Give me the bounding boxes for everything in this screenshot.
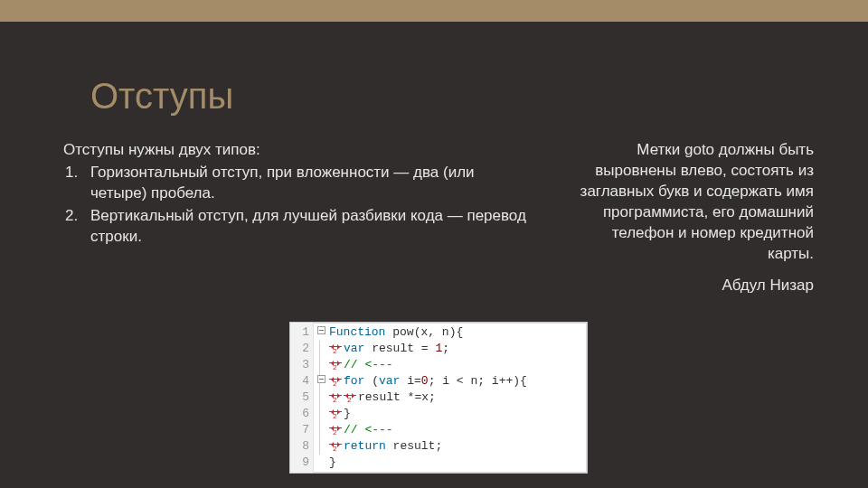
code-text: i=	[400, 374, 420, 388]
code-keyword: var	[379, 374, 400, 388]
code-keyword: var	[344, 342, 364, 355]
line-number: 6	[294, 406, 309, 422]
indent-marker-icon: 2	[329, 389, 344, 402]
code-line: 2}	[317, 406, 587, 422]
code-line: 2// <---	[317, 422, 587, 438]
quote-author: Абдул Низар	[570, 276, 814, 296]
code-line: 2for (var i=0; i < n; i++){	[317, 373, 587, 389]
code-text: result *=x;	[358, 390, 436, 404]
code-keyword: for	[344, 374, 364, 388]
fold-minus-icon[interactable]	[317, 375, 326, 383]
code-keyword: return	[344, 439, 386, 453]
line-number: 1	[294, 324, 309, 341]
line-number: 7	[294, 422, 309, 438]
code-line: Function pow(x, n){	[317, 324, 587, 341]
code-text: }	[344, 407, 351, 420]
content-columns: Отступы нужны двух типов: Горизонтальный…	[63, 140, 814, 296]
slide-top-accent	[0, 0, 868, 22]
code-text: ;	[442, 342, 449, 355]
code-line: }	[317, 455, 587, 471]
indent-marker-icon: 2	[329, 438, 344, 451]
intro-text: Отступы нужны двух типов:	[63, 140, 533, 161]
code-line: 2var result = 1;	[317, 341, 587, 357]
code-text: }	[329, 455, 336, 469]
line-number: 3	[294, 357, 309, 373]
indent-marker-icon: 2	[344, 389, 358, 402]
indent-types-list: Горизонтальный отступ, при вложенности —…	[63, 163, 533, 248]
indent-marker-icon: 2	[329, 406, 344, 418]
line-number: 8	[294, 438, 309, 455]
code-area: Function pow(x, n){ 2var result = 1; 2//…	[314, 323, 587, 473]
line-number: 2	[294, 341, 309, 357]
code-comment: // <---	[344, 423, 393, 436]
indent-marker-icon: 2	[329, 422, 344, 435]
line-number: 9	[294, 455, 309, 471]
code-line: 22result *=x;	[317, 389, 587, 406]
code-text: result;	[386, 439, 442, 453]
right-column: Метки goto должны быть выровнены влево, …	[570, 140, 814, 296]
line-number-gutter: 1 2 3 4 5 6 7 8 9	[290, 323, 314, 473]
code-keyword: Function	[329, 325, 385, 339]
code-text: (	[364, 374, 379, 388]
code-text: ; i < n; i++){	[429, 374, 527, 388]
code-number: 0	[421, 374, 429, 388]
quote-text: Метки goto должны быть выровнены влево, …	[570, 140, 814, 265]
code-text: result =	[364, 342, 435, 355]
code-text: pow(x, n){	[385, 325, 463, 339]
code-line: 2// <---	[317, 357, 587, 373]
slide-title: Отступы	[90, 76, 814, 117]
list-item: Вертикальный отступ, для лучшей разбивки…	[63, 206, 533, 248]
code-sample-panel: 1 2 3 4 5 6 7 8 9 Function pow(x, n){ 2v…	[289, 322, 588, 474]
indent-marker-icon: 2	[329, 373, 344, 386]
fold-minus-icon[interactable]	[317, 326, 326, 334]
list-item: Горизонтальный отступ, при вложенности —…	[63, 163, 533, 204]
indent-marker-icon: 2	[329, 341, 344, 353]
code-comment: // <---	[344, 358, 393, 371]
indent-marker-icon: 2	[329, 357, 344, 370]
left-column: Отступы нужны двух типов: Горизонтальный…	[63, 140, 533, 296]
line-number: 5	[294, 389, 309, 406]
code-line: 2return result;	[317, 438, 587, 455]
line-number: 4	[294, 373, 309, 389]
slide-body: Отступы Отступы нужны двух типов: Горизо…	[0, 22, 868, 488]
